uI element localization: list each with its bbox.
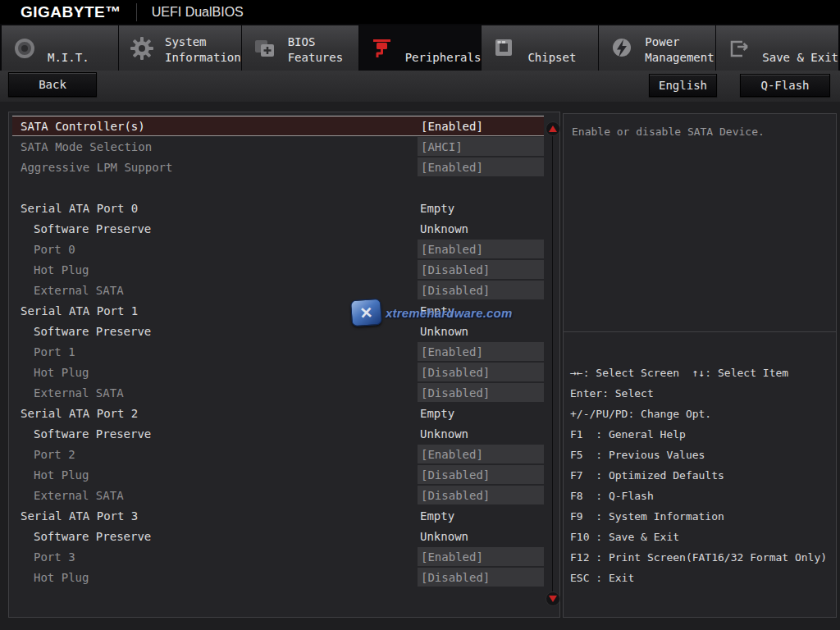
setting-label: SATA Mode Selection [21,140,152,153]
setting-value[interactable]: [Enabled] [418,547,544,566]
key-hint: +/-/PU/PD: Change Opt. [570,404,834,424]
setting-value[interactable]: [Enabled] [421,120,483,133]
tab-label: BIOSFeatures [288,31,343,66]
key-hint: Enter: Select [570,383,834,404]
setting-value: Empty [420,202,454,215]
setting-value[interactable]: [Enabled] [418,158,544,176]
chipset-icon [492,36,517,61]
setting-row[interactable]: External SATA[Disabled] [12,382,544,403]
setting-label: Software Preserve [34,427,151,441]
setting-label: Software Preserve [34,325,151,338]
setting-value: Unknown [420,325,468,338]
setting-row[interactable]: SATA Controller(s)[Enabled] [12,116,544,136]
mit-icon [12,36,37,61]
setting-value: Unknown [420,530,468,543]
tab-label: Peripherals [405,31,482,66]
tab-label: PowerManagement [645,31,714,66]
help-panel-divider [564,331,836,332]
tab-bios-features[interactable]: BIOSFeatures [242,25,358,71]
tab-peripherals[interactable]: Peripherals [359,25,482,71]
setting-row[interactable]: Port 0[Enabled] [12,239,544,259]
setting-row[interactable]: SATA Mode Selection[AHCI] [12,136,544,157]
key-hint: →←: Select Screen ↑↓: Select Item [570,363,834,383]
setting-row: Software PreserveUnknown [12,218,544,239]
setting-value[interactable]: [Disabled] [418,281,544,299]
setting-row: Software PreserveUnknown [12,526,544,546]
setting-value[interactable]: [Disabled] [418,465,544,484]
setting-row: Serial ATA Port 0Empty [12,198,544,218]
setting-row[interactable]: Hot Plug[Disabled] [12,567,544,587]
setting-label: Serial ATA Port 1 [21,304,138,317]
language-button[interactable]: English [649,74,717,97]
setting-label: Serial ATA Port 3 [21,509,138,523]
scroll-up-button[interactable] [546,121,560,136]
key-hint: F1 : General Help [570,424,834,445]
tab-label: Save & Exit [762,31,838,66]
setting-row[interactable]: Hot Plug[Disabled] [12,259,544,280]
setting-row[interactable]: Port 3[Enabled] [12,546,544,567]
setting-value: Unknown [420,222,468,235]
scroll-down-button[interactable] [546,591,560,606]
back-button[interactable]: Back [8,72,97,97]
setting-label: SATA Controller(s) [21,120,145,133]
toolbar: Back English Q-Flash [0,71,840,102]
setting-value[interactable]: [Disabled] [418,486,544,504]
key-hint: F8 : Q-Flash [570,486,834,506]
tab-power-management[interactable]: PowerManagement [599,25,715,71]
setting-label: Port 1 [34,345,75,358]
key-hint: F9 : System Information [570,506,834,527]
setting-label: External SATA [34,284,124,297]
tab-save-exit[interactable]: Save & Exit [716,25,838,71]
setting-row[interactable]: Port 2[Enabled] [12,444,544,464]
setting-label: Port 2 [34,448,75,461]
setting-value[interactable]: [Enabled] [418,240,544,258]
setting-value: Unknown [420,427,468,441]
peripherals-icon [370,36,395,61]
scrollbar-track[interactable] [552,132,553,596]
bios-features-icon [253,36,277,61]
power-icon [609,36,634,61]
topbar: GIGABYTE™ UEFI DualBIOS [0,0,840,24]
setting-row[interactable]: Hot Plug[Disabled] [12,362,544,382]
topbar-divider [136,3,137,21]
setting-label: Hot Plug [34,468,89,482]
setting-value[interactable]: [Enabled] [418,342,544,361]
settings-spacer [12,177,544,198]
tab-system-information[interactable]: SystemInformation [119,25,241,71]
key-hint: F10 : Save & Exit [570,527,834,547]
setting-label: Software Preserve [34,530,151,543]
setting-value[interactable]: [Disabled] [418,568,544,587]
setting-row: Software PreserveUnknown [12,321,544,341]
setting-row[interactable]: External SATA[Disabled] [12,485,544,505]
setting-value: Empty [420,304,454,317]
setting-label: External SATA [34,489,124,502]
key-hint: F12 : Print Screen(FAT16/32 Format Only) [570,547,834,568]
setting-value[interactable]: [Disabled] [418,260,544,279]
setting-row[interactable]: External SATA[Disabled] [12,280,544,300]
setting-row: Serial ATA Port 3Empty [12,505,544,526]
setting-label: Serial ATA Port 2 [21,407,138,420]
setting-value: Empty [420,407,454,420]
tab-chipset[interactable]: Chipset [482,25,598,71]
key-hint: F7 : Optimized Defaults [570,465,834,486]
setting-value[interactable]: [AHCI] [418,137,544,156]
setting-value[interactable]: [Disabled] [418,383,544,402]
setting-row: Serial ATA Port 1Empty [12,300,544,321]
key-hint: ESC : Exit [570,568,834,588]
setting-row[interactable]: Aggressive LPM Support[Enabled] [12,157,544,177]
setting-label: Software Preserve [34,222,151,235]
system-info-icon [130,36,154,61]
setting-label: Hot Plug [34,571,89,584]
setting-label: Port 3 [34,550,75,564]
setting-value[interactable]: [Enabled] [418,445,544,463]
tab-mit[interactable]: M.I.T. [2,25,118,71]
setting-row[interactable]: Hot Plug[Disabled] [12,464,544,485]
gigabyte-logo: GIGABYTE™ [21,3,121,21]
scroll-up-arrow-icon [549,126,557,132]
setting-label: Hot Plug [34,366,89,379]
setting-value[interactable]: [Disabled] [418,363,544,381]
qflash-button[interactable]: Q-Flash [740,74,830,97]
setting-row[interactable]: Port 1[Enabled] [12,341,544,362]
setting-row: Software PreserveUnknown [12,423,544,444]
setting-label: Port 0 [34,243,75,256]
